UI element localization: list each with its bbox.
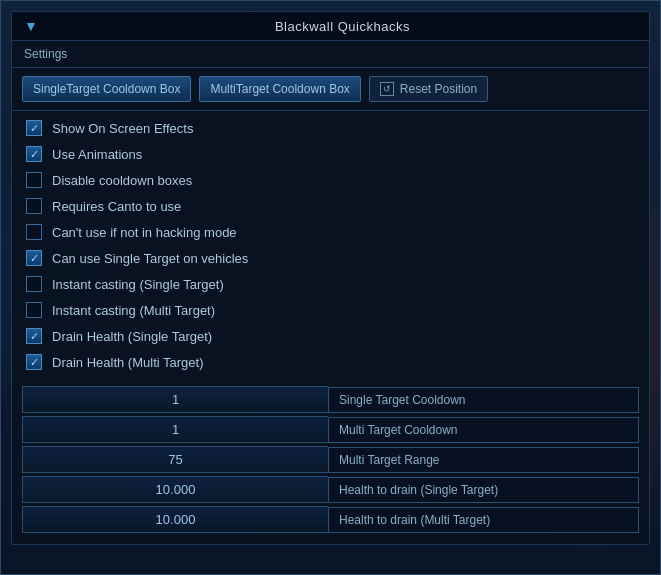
option-row-cant_use_hacking[interactable]: Can't use if not in hacking mode (12, 219, 649, 245)
option-row-drain_health_single[interactable]: Drain Health (Single Target) (12, 323, 649, 349)
input-row-multi_cooldown: 1Multi Target Cooldown (22, 416, 639, 443)
input-label-health_multi: Health to drain (Multi Target) (328, 507, 639, 533)
input-rows: 1Single Target Cooldown1Multi Target Coo… (12, 379, 649, 544)
multi-target-cooldown-btn[interactable]: MultiTarget Cooldown Box (199, 76, 360, 102)
input-field-multi_range[interactable]: 75 (22, 446, 328, 473)
checkbox-disable_cooldown[interactable] (26, 172, 42, 188)
checkbox-can_use_vehicles[interactable] (26, 250, 42, 266)
option-row-requires_canto[interactable]: Requires Canto to use (12, 193, 649, 219)
option-label-instant_multi: Instant casting (Multi Target) (52, 303, 215, 318)
input-field-multi_cooldown[interactable]: 1 (22, 416, 328, 443)
option-row-use_animations[interactable]: Use Animations (12, 141, 649, 167)
settings-section-label: Settings (12, 41, 649, 68)
option-label-use_animations: Use Animations (52, 147, 142, 162)
input-row-multi_range: 75Multi Target Range (22, 446, 639, 473)
main-container: ▼ Blackwall Quickhacks Settings SingleTa… (0, 0, 661, 575)
window-title: Blackwall Quickhacks (48, 19, 637, 34)
checkbox-drain_health_single[interactable] (26, 328, 42, 344)
option-label-cant_use_hacking: Can't use if not in hacking mode (52, 225, 237, 240)
panel: ▼ Blackwall Quickhacks Settings SingleTa… (11, 11, 650, 545)
input-label-health_single: Health to drain (Single Target) (328, 477, 639, 503)
options-list: Show On Screen EffectsUse AnimationsDisa… (12, 111, 649, 379)
option-label-show_effects: Show On Screen Effects (52, 121, 193, 136)
option-row-drain_health_multi[interactable]: Drain Health (Multi Target) (12, 349, 649, 375)
input-field-single_cooldown[interactable]: 1 (22, 386, 328, 413)
checkbox-instant_single[interactable] (26, 276, 42, 292)
option-label-drain_health_single: Drain Health (Single Target) (52, 329, 212, 344)
title-bar: ▼ Blackwall Quickhacks (12, 12, 649, 41)
option-row-disable_cooldown[interactable]: Disable cooldown boxes (12, 167, 649, 193)
checkbox-drain_health_multi[interactable] (26, 354, 42, 370)
checkbox-cant_use_hacking[interactable] (26, 224, 42, 240)
input-label-multi_cooldown: Multi Target Cooldown (328, 417, 639, 443)
title-arrow-icon: ▼ (24, 18, 38, 34)
reset-position-btn[interactable]: ↺ Reset Position (369, 76, 488, 102)
option-label-requires_canto: Requires Canto to use (52, 199, 181, 214)
input-row-health_multi: 10.000Health to drain (Multi Target) (22, 506, 639, 533)
input-row-single_cooldown: 1Single Target Cooldown (22, 386, 639, 413)
checkbox-show_effects[interactable] (26, 120, 42, 136)
option-row-instant_multi[interactable]: Instant casting (Multi Target) (12, 297, 649, 323)
input-label-single_cooldown: Single Target Cooldown (328, 387, 639, 413)
input-field-health_single[interactable]: 10.000 (22, 476, 328, 503)
toolbar: SingleTarget Cooldown Box MultiTarget Co… (12, 68, 649, 111)
option-label-can_use_vehicles: Can use Single Target on vehicles (52, 251, 248, 266)
input-row-health_single: 10.000Health to drain (Single Target) (22, 476, 639, 503)
reset-position-label: Reset Position (400, 82, 477, 96)
checkbox-requires_canto[interactable] (26, 198, 42, 214)
input-field-health_multi[interactable]: 10.000 (22, 506, 328, 533)
option-row-instant_single[interactable]: Instant casting (Single Target) (12, 271, 649, 297)
option-label-drain_health_multi: Drain Health (Multi Target) (52, 355, 203, 370)
option-label-instant_single: Instant casting (Single Target) (52, 277, 224, 292)
input-label-multi_range: Multi Target Range (328, 447, 639, 473)
option-label-disable_cooldown: Disable cooldown boxes (52, 173, 192, 188)
reset-icon: ↺ (380, 82, 394, 96)
option-row-show_effects[interactable]: Show On Screen Effects (12, 115, 649, 141)
checkbox-use_animations[interactable] (26, 146, 42, 162)
option-row-can_use_vehicles[interactable]: Can use Single Target on vehicles (12, 245, 649, 271)
checkbox-instant_multi[interactable] (26, 302, 42, 318)
single-target-cooldown-btn[interactable]: SingleTarget Cooldown Box (22, 76, 191, 102)
